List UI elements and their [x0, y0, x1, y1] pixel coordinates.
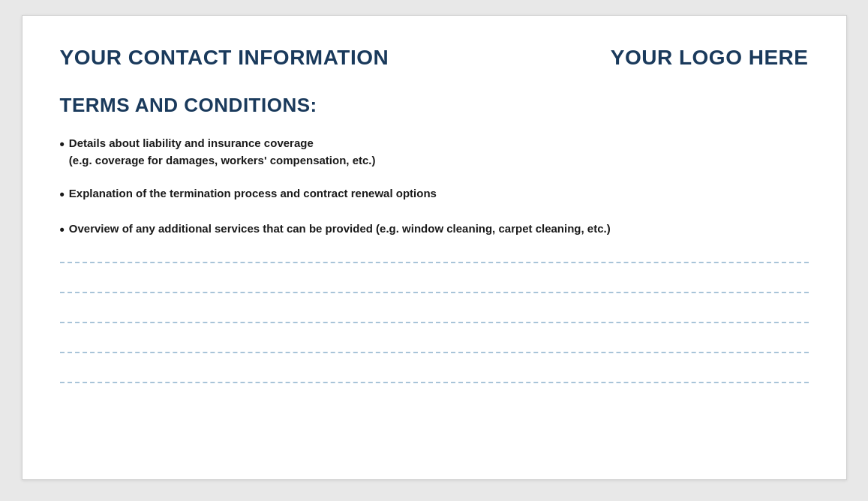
contact-light: YOUR CONTACT [60, 46, 239, 69]
dashed-lines-section [60, 262, 809, 383]
contact-bold: INFORMATION [238, 46, 389, 69]
terms-light: TERMS [60, 94, 135, 116]
bullet-text-3: Overview of any additional services that… [69, 220, 809, 238]
contact-info-title: YOUR CONTACT INFORMATION [60, 46, 389, 70]
bullet-item-1: • Details about liability and insurance … [60, 135, 809, 169]
bullet-dot-2: • [60, 185, 65, 204]
terms-heading: TERMS AND CONDITIONS: [60, 94, 809, 117]
terms-rest: CONDITIONS: [179, 94, 317, 116]
bullet-list: • Details about liability and insurance … [60, 135, 809, 239]
logo-light: YOUR LOGO [611, 46, 749, 69]
logo-bold: HERE [749, 46, 809, 69]
bullet-dot-3: • [60, 220, 65, 239]
dashed-line-2 [60, 292, 809, 293]
dashed-line-3 [60, 322, 809, 323]
bullet-text-1: Details about liability and insurance co… [69, 135, 809, 169]
bullet-dot-1: • [60, 135, 65, 154]
dashed-line-5 [60, 382, 809, 383]
bullet-item-2: • Explanation of the termination process… [60, 185, 809, 204]
logo-placeholder: YOUR LOGO HERE [611, 46, 809, 70]
page-container: YOUR CONTACT INFORMATION YOUR LOGO HERE … [22, 15, 847, 480]
bullet-item-3: • Overview of any additional services th… [60, 220, 809, 239]
header-row: YOUR CONTACT INFORMATION YOUR LOGO HERE [60, 46, 809, 70]
dashed-line-1 [60, 262, 809, 263]
terms-and: AND [135, 94, 179, 116]
dashed-line-4 [60, 352, 809, 353]
bullet-text-2: Explanation of the termination process a… [69, 185, 809, 202]
